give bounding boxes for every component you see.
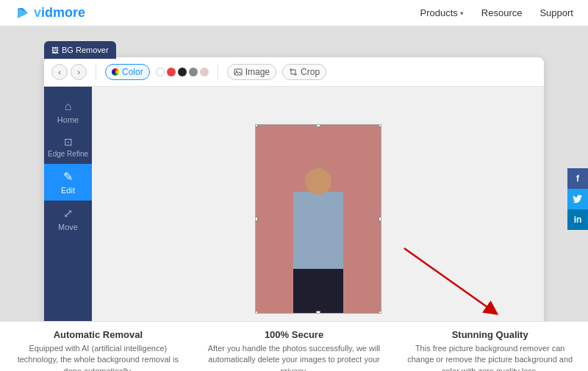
person-figure — [293, 168, 343, 313]
logo-text: vidmore — [34, 5, 85, 21]
person-legs — [293, 269, 343, 313]
pink-swatch[interactable] — [200, 68, 209, 76]
nav-resource[interactable]: Resource — [481, 7, 523, 18]
gray-swatch[interactable] — [189, 68, 198, 76]
feature-automatic-desc: Equipped with AI (artificial intelligenc… — [12, 343, 184, 371]
nav-support[interactable]: Support — [539, 7, 573, 18]
content-area: ⌂ Home ⊡ Edge Refine ✎ Edit ⤢ Move — [44, 87, 544, 351]
toolbar: ‹ › Color — [44, 57, 544, 87]
sidebar-edge-label: Edge Refine — [48, 150, 88, 158]
feature-quality-title: Stunning Quality — [404, 329, 576, 340]
sidebar-item-edit[interactable]: ✎ Edit — [44, 164, 92, 201]
back-button[interactable]: ‹ — [51, 64, 68, 80]
color-wheel-icon — [112, 68, 119, 76]
linkedin-button[interactable]: in — [567, 209, 588, 230]
black-swatch[interactable] — [178, 68, 187, 76]
feature-secure-desc: After you handle the photos successfully… — [208, 343, 381, 371]
social-sidebar: f in — [567, 168, 588, 230]
feature-automatic: Automatic Removal Equipped with AI (arti… — [0, 322, 196, 371]
image-icon — [234, 68, 243, 76]
handle-bottom-right[interactable] — [379, 311, 381, 314]
handle-bottom-mid[interactable] — [316, 311, 320, 314]
feature-quality: Stunning Quality This free picture backg… — [392, 322, 588, 371]
move-icon: ⤢ — [63, 206, 73, 220]
image-container — [255, 124, 381, 314]
feature-secure: 100% Secure After you handle the photos … — [196, 322, 392, 371]
sidebar-move-label: Move — [58, 223, 78, 231]
svg-rect-2 — [234, 69, 242, 75]
sidebar-home-label: Home — [57, 115, 79, 124]
crop-label: Crop — [301, 67, 320, 77]
twitter-button[interactable] — [567, 189, 588, 209]
handle-bottom-left[interactable] — [255, 311, 258, 314]
logo[interactable]: vidmore — [15, 5, 85, 21]
features-row: Automatic Removal Equipped with AI (arti… — [0, 321, 588, 371]
svg-line-9 — [404, 248, 492, 311]
handle-top-left[interactable] — [255, 124, 258, 127]
nav-items: Products ▾ Resource Support — [420, 7, 574, 18]
sidebar: ⌂ Home ⊡ Edge Refine ✎ Edit ⤢ Move — [44, 87, 92, 351]
crop-button[interactable]: Crop — [282, 64, 326, 80]
home-icon: ⌂ — [65, 100, 72, 113]
toolbar-separator — [96, 65, 96, 79]
red-swatch[interactable] — [167, 68, 176, 76]
handle-top-right[interactable] — [379, 124, 381, 127]
toolbar-sep-2 — [218, 65, 218, 79]
chevron-down-icon: ▾ — [460, 10, 464, 17]
person-body — [293, 192, 343, 269]
transparent-swatch[interactable] — [156, 68, 165, 76]
forward-button[interactable]: › — [71, 64, 87, 80]
image-frame — [255, 124, 381, 314]
image-background — [256, 125, 381, 313]
edit-icon: ✎ — [63, 170, 73, 184]
person-head — [305, 168, 331, 195]
bg-tab-label: BG Remover — [62, 46, 109, 54]
sidebar-item-move[interactable]: ⤢ Move — [44, 201, 92, 237]
color-label: Color — [122, 67, 143, 77]
twitter-icon — [573, 195, 583, 203]
color-button[interactable]: Color — [105, 64, 150, 80]
handle-mid-left[interactable] — [255, 217, 258, 221]
color-swatches — [156, 68, 209, 76]
edge-refine-icon: ⊡ — [64, 136, 73, 148]
top-navigation: vidmore Products ▾ Resource Support — [0, 0, 588, 26]
arrow-annotation — [397, 241, 529, 329]
handle-top-mid[interactable] — [316, 124, 320, 127]
image-button[interactable]: Image — [227, 64, 276, 80]
handle-mid-right[interactable] — [379, 217, 381, 221]
nav-products[interactable]: Products ▾ — [420, 7, 464, 18]
sidebar-edit-label: Edit — [61, 186, 75, 195]
main-area: 🖼 BG Remover ‹ › Color — [0, 26, 588, 371]
feature-automatic-title: Automatic Removal — [12, 329, 184, 340]
sidebar-item-home[interactable]: ⌂ Home — [44, 94, 92, 130]
logo-icon — [15, 5, 31, 21]
feature-secure-title: 100% Secure — [208, 329, 381, 340]
toolbar-nav: ‹ › — [51, 64, 87, 80]
feature-quality-desc: This free picture background remover can… — [404, 343, 576, 371]
crop-icon — [289, 68, 298, 76]
facebook-button[interactable]: f — [567, 168, 588, 189]
bg-remover-tab[interactable]: 🖼 BG Remover — [44, 41, 116, 59]
image-label: Image — [245, 67, 270, 77]
sidebar-item-edge-refine[interactable]: ⊡ Edge Refine — [44, 130, 92, 164]
canvas-area — [92, 87, 544, 351]
